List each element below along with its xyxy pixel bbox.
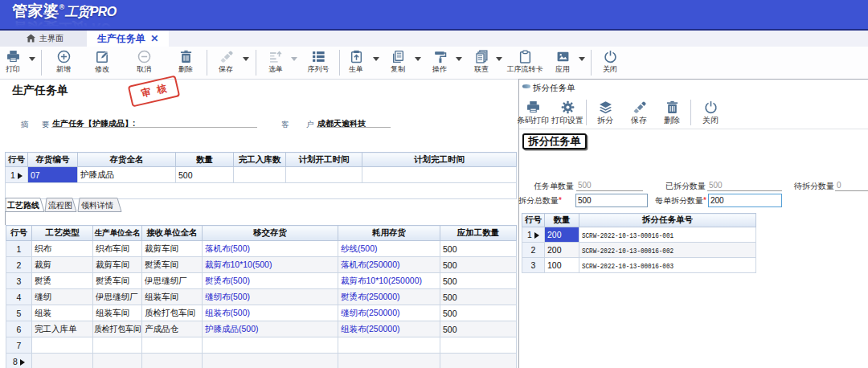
svg-text:领料详情: 领料详情 xyxy=(81,201,113,210)
svg-text:工艺路线: 工艺路线 xyxy=(6,201,39,210)
svg-text:流程图: 流程图 xyxy=(48,201,72,210)
